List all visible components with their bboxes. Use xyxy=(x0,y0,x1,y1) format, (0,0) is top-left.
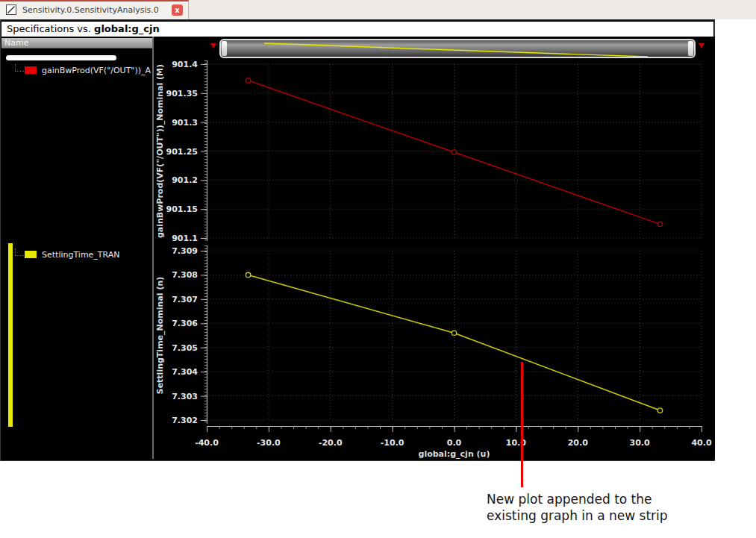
y-tick-label: 7.304 xyxy=(172,367,198,377)
name-column-header[interactable]: Name xyxy=(1,38,152,49)
data-point-marker[interactable] xyxy=(246,272,250,277)
slider-right-arrow-icon[interactable] xyxy=(699,43,705,49)
annotation-pointer-line xyxy=(521,362,523,487)
tab-label: Sensitivity.0.SensitivityAnalysis.0 xyxy=(22,1,159,19)
strip-2: 7.3027.3037.3047.3057.3067.3077.3087.309… xyxy=(155,245,702,425)
y-axis-title: SettlingTime_Nominal (n) xyxy=(155,277,165,395)
tab-bar: Sensitivity.0.SensitivityAnalysis.0 x xyxy=(0,0,756,19)
y-tick-label: 901.1 xyxy=(172,234,198,243)
slider-mini-trace xyxy=(264,43,648,57)
data-point-marker[interactable] xyxy=(452,331,456,335)
x-tick-label: -40.0 xyxy=(195,438,219,448)
graph-title: Specifications vs. global:g_cjn xyxy=(1,22,713,37)
trace-item-gainbwprod[interactable]: gainBwProd(VF("/OUT"))_A xyxy=(1,65,151,75)
data-point-marker[interactable] xyxy=(657,222,662,226)
y-tick-label: 7.308 xyxy=(172,270,198,280)
x-tick-label: 40.0 xyxy=(691,438,711,448)
tab-sensitivity-analysis[interactable]: Sensitivity.0.SensitivityAnalysis.0 x xyxy=(0,0,189,19)
trace-swatch-yellow[interactable] xyxy=(25,251,37,258)
data-point-marker[interactable] xyxy=(452,150,456,154)
x-tick-label: 20.0 xyxy=(568,438,588,448)
graph-title-param: global:g_cjn xyxy=(94,23,160,34)
y-tick-label: 901.15 xyxy=(166,204,198,214)
x-tick-label: 0.0 xyxy=(447,438,462,448)
slider-overview xyxy=(221,40,694,57)
annotation-line-2: existing graph in a new strip xyxy=(487,507,733,524)
data-point-marker[interactable] xyxy=(657,408,662,413)
tab-close-button[interactable]: x xyxy=(172,4,183,16)
data-point-marker[interactable] xyxy=(246,78,250,83)
tree-branch-icon xyxy=(15,248,24,256)
y-tick-label: 901.4 xyxy=(172,60,198,69)
trace-item-settlingtime[interactable]: SettlingTime_TRAN xyxy=(1,249,120,260)
strip-1: 901.1901.15901.2901.25901.3901.35901.4ga… xyxy=(155,60,702,243)
y-tick-label: 7.302 xyxy=(172,416,198,425)
trace-sidebar: Name gainBwProd(VF("/OUT"))_A SettlingTi… xyxy=(1,37,152,459)
x-tick-label: -30.0 xyxy=(257,438,281,448)
x-tick-label: 30.0 xyxy=(630,438,650,448)
y-tick-label: 7.306 xyxy=(172,319,198,328)
graph-window: Specifications vs. global:g_cjn Name gai… xyxy=(0,19,715,461)
trace-label[interactable]: gainBwProd(VF("/OUT"))_A xyxy=(42,66,151,75)
x-tick-label: -10.0 xyxy=(381,438,404,448)
x-axis: -40.0-30.0-20.0-10.00.010.020.030.040.0g… xyxy=(195,426,712,459)
y-tick-label: 7.307 xyxy=(172,295,198,304)
plot-window-icon xyxy=(6,4,16,15)
y-tick-label: 901.3 xyxy=(172,118,198,128)
sidebar-scrollbar-thumb[interactable] xyxy=(6,55,116,60)
strip-chart-canvas: 901.1901.15901.2901.25901.3901.35901.4ga… xyxy=(154,37,715,459)
trace-SettlingTime_TRAN[interactable] xyxy=(246,272,662,413)
graph-title-prefix: Specifications vs. xyxy=(7,23,94,34)
annotation-line-1: New plot appended to the xyxy=(487,491,733,507)
y-tick-label: 7.303 xyxy=(172,392,198,401)
y-tick-label: 7.305 xyxy=(172,343,198,353)
y-tick-label: 901.25 xyxy=(166,147,198,157)
y-tick-label: 901.2 xyxy=(172,175,198,185)
horizontal-zoom-slider[interactable] xyxy=(219,39,696,58)
annotation-text: New plot appended to the existing graph … xyxy=(487,491,733,524)
x-tick-label: -20.0 xyxy=(319,438,343,448)
y-tick-label: 901.35 xyxy=(166,89,198,98)
trace-label[interactable]: SettlingTime_TRAN xyxy=(42,250,120,260)
x-tick-label: 10.0 xyxy=(506,438,526,448)
slider-left-arrow-icon[interactable] xyxy=(210,43,216,49)
new-strip-indicator-bar xyxy=(8,243,13,427)
trace-swatch-red[interactable] xyxy=(25,66,37,74)
plot-region: 901.1901.15901.2901.25901.3901.35901.4ga… xyxy=(154,37,715,459)
y-axis-title: gainBwProd(VF("/OUT"))_Nominal (M) xyxy=(155,64,165,238)
y-tick-label: 7.309 xyxy=(172,246,198,256)
x-axis-title: global:g_cjn (u) xyxy=(419,449,490,459)
tree-branch-icon xyxy=(15,64,24,72)
